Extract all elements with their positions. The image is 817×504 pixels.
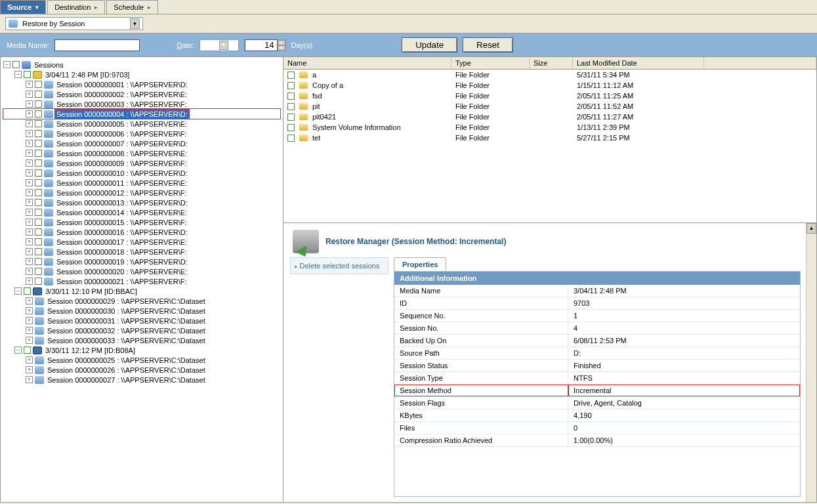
tree-label[interactable]: Sessions bbox=[33, 60, 65, 70]
tree-node[interactable]: +Session 0000000021 : \\APPSERVER\F: bbox=[3, 276, 280, 286]
tree-node[interactable]: +Session 0000000020 : \\APPSERVER\E: bbox=[3, 266, 280, 276]
tree-label[interactable]: Session 0000000001 : \\APPSERVER\D: bbox=[55, 80, 189, 89]
expand-icon[interactable]: + bbox=[26, 140, 33, 147]
expand-icon[interactable]: + bbox=[26, 209, 33, 216]
checkbox[interactable] bbox=[24, 287, 31, 295]
checkbox[interactable] bbox=[35, 228, 42, 236]
tree-node[interactable]: +Session 0000000030 : \\APPSERVER\C:\Dat… bbox=[3, 306, 280, 316]
expand-icon[interactable]: + bbox=[26, 366, 33, 373]
expand-icon[interactable]: + bbox=[26, 337, 33, 344]
tree-label[interactable]: Session 0000000006 : \\APPSERVER\F: bbox=[55, 129, 188, 138]
checkbox[interactable] bbox=[35, 219, 42, 226]
tree-label[interactable]: Session 0000000020 : \\APPSERVER\E: bbox=[55, 267, 188, 276]
tree-node[interactable]: −3/30/11 12:10 PM [ID:BBAC] bbox=[3, 286, 280, 296]
expand-icon[interactable]: + bbox=[26, 81, 33, 88]
checkbox[interactable] bbox=[35, 209, 42, 216]
col-date[interactable]: Last Modified Date bbox=[573, 57, 704, 69]
checkbox[interactable] bbox=[35, 150, 42, 157]
checkbox[interactable] bbox=[35, 199, 42, 206]
checkbox[interactable] bbox=[35, 120, 42, 127]
tree-label[interactable]: Session 0000000021 : \\APPSERVER\F: bbox=[55, 277, 188, 286]
expand-icon[interactable]: + bbox=[26, 110, 33, 117]
tree-label[interactable]: Session 0000000002 : \\APPSERVER\E: bbox=[55, 90, 188, 99]
checkbox[interactable] bbox=[35, 140, 42, 147]
tree-node[interactable]: +Session 0000000018 : \\APPSERVER\F: bbox=[3, 247, 280, 257]
checkbox[interactable] bbox=[287, 72, 295, 79]
expand-icon[interactable]: + bbox=[26, 179, 33, 186]
days-spinner[interactable]: ▲▼ bbox=[244, 39, 286, 51]
list-row[interactable]: System Volume InformationFile Folder1/13… bbox=[283, 122, 816, 133]
expand-icon[interactable]: + bbox=[26, 268, 33, 275]
expand-icon[interactable]: + bbox=[26, 100, 33, 108]
tree-node[interactable]: +Session 0000000027 : \\APPSERVER\C:\Dat… bbox=[3, 375, 280, 385]
tree-node[interactable]: +Session 0000000015 : \\APPSERVER\F: bbox=[3, 217, 280, 227]
tree-label[interactable]: Session 0000000005 : \\APPSERVER\E: bbox=[55, 119, 188, 129]
collapse-icon[interactable]: − bbox=[3, 61, 10, 68]
tree-label[interactable]: Session 0000000003 : \\APPSERVER\F: bbox=[55, 100, 188, 109]
tree-node[interactable]: +Session 0000000008 : \\APPSERVER\E: bbox=[3, 148, 280, 158]
media-name-input[interactable] bbox=[54, 39, 140, 51]
tree-label[interactable]: Session 0000000026 : \\APPSERVER\C:\Data… bbox=[46, 366, 207, 375]
tree-node[interactable]: +Session 0000000026 : \\APPSERVER\C:\Dat… bbox=[3, 365, 280, 375]
checkbox[interactable] bbox=[24, 346, 31, 354]
tree-node[interactable]: −3/04/11 2:48 PM [ID:9703] bbox=[3, 70, 280, 79]
tree-node[interactable]: −Sessions bbox=[3, 60, 280, 70]
tree-label[interactable]: Session 0000000012 : \\APPSERVER\F: bbox=[55, 188, 188, 198]
tree-label[interactable]: Session 0000000013 : \\APPSERVER\D: bbox=[55, 198, 189, 207]
expand-icon[interactable]: + bbox=[26, 317, 33, 324]
expand-icon[interactable]: + bbox=[26, 120, 33, 127]
tab-schedule[interactable]: Schedule▸ bbox=[106, 0, 158, 14]
tree-label[interactable]: Session 0000000017 : \\APPSERVER\E: bbox=[55, 238, 188, 247]
tab-properties[interactable]: Properties bbox=[394, 257, 446, 271]
delete-sessions-link[interactable]: Delete selected sessions bbox=[295, 262, 384, 270]
checkbox[interactable] bbox=[35, 169, 42, 177]
col-name[interactable]: Name bbox=[283, 57, 451, 69]
tree-node[interactable]: +Session 0000000014 : \\APPSERVER\E: bbox=[3, 207, 280, 217]
checkbox[interactable] bbox=[35, 159, 42, 167]
tree-node[interactable]: +Session 0000000003 : \\APPSERVER\F: bbox=[3, 99, 280, 109]
tree-label[interactable]: Session 0000000025 : \\APPSERVER\C:\Data… bbox=[46, 356, 207, 365]
update-button[interactable]: Update bbox=[402, 37, 457, 52]
expand-icon[interactable]: + bbox=[26, 307, 33, 314]
session-tree[interactable]: −Sessions−3/04/11 2:48 PM [ID:9703]+Sess… bbox=[0, 56, 283, 503]
spin-up-icon[interactable]: ▲ bbox=[278, 40, 285, 45]
tree-label[interactable]: 3/30/11 12:10 PM [ID:BBAC] bbox=[44, 287, 138, 296]
tree-node[interactable]: +Session 0000000007 : \\APPSERVER\D: bbox=[3, 138, 280, 148]
tree-node[interactable]: +Session 0000000006 : \\APPSERVER\F: bbox=[3, 129, 280, 138]
checkbox[interactable] bbox=[287, 82, 295, 89]
tree-label[interactable]: Session 0000000019 : \\APPSERVER\D: bbox=[55, 257, 189, 266]
tree-node[interactable]: +Session 0000000011 : \\APPSERVER\E: bbox=[3, 178, 280, 188]
list-row[interactable]: Copy of aFile Folder1/15/11 11:12 AM bbox=[283, 80, 816, 91]
tree-node[interactable]: +Session 0000000019 : \\APPSERVER\D: bbox=[3, 257, 280, 266]
expand-icon[interactable]: + bbox=[26, 219, 33, 226]
tree-label[interactable]: Session 0000000014 : \\APPSERVER\E: bbox=[55, 208, 188, 217]
checkbox[interactable] bbox=[35, 248, 42, 255]
expand-icon[interactable]: + bbox=[26, 376, 33, 383]
checkbox[interactable] bbox=[35, 91, 42, 98]
spin-down-icon[interactable]: ▼ bbox=[278, 45, 285, 51]
tree-label[interactable]: Session 0000000018 : \\APPSERVER\F: bbox=[55, 247, 188, 257]
tree-node[interactable]: +Session 0000000013 : \\APPSERVER\D: bbox=[3, 198, 280, 207]
expand-icon[interactable]: + bbox=[26, 150, 33, 157]
expand-icon[interactable]: + bbox=[26, 297, 33, 304]
tree-label[interactable]: Session 0000000029 : \\APPSERVER\C:\Data… bbox=[46, 297, 207, 306]
checkbox[interactable] bbox=[35, 258, 42, 265]
tree-node[interactable]: +Session 0000000012 : \\APPSERVER\F: bbox=[3, 188, 280, 198]
tab-destination[interactable]: Destination▸ bbox=[47, 0, 105, 14]
tree-node[interactable]: −3/30/11 12:12 PM [ID:B08A] bbox=[3, 345, 280, 355]
expand-icon[interactable]: + bbox=[26, 228, 33, 236]
checkbox[interactable] bbox=[12, 61, 20, 68]
tree-label[interactable]: Session 0000000030 : \\APPSERVER\C:\Data… bbox=[46, 306, 207, 316]
expand-icon[interactable]: + bbox=[26, 169, 33, 177]
collapse-icon[interactable]: − bbox=[14, 287, 22, 295]
expand-icon[interactable]: + bbox=[26, 278, 33, 285]
tree-label[interactable]: Session 0000000011 : \\APPSERVER\E: bbox=[55, 178, 188, 188]
col-type[interactable]: Type bbox=[451, 57, 530, 69]
tree-label[interactable]: Session 0000000027 : \\APPSERVER\C:\Data… bbox=[46, 375, 207, 385]
list-row[interactable]: pitFile Folder2/05/11 11:52 AM bbox=[283, 101, 816, 112]
tree-label[interactable]: Session 0000000016 : \\APPSERVER\D: bbox=[55, 228, 189, 237]
expand-icon[interactable]: + bbox=[26, 248, 33, 255]
checkbox[interactable] bbox=[287, 135, 295, 142]
tree-node[interactable]: +Session 0000000005 : \\APPSERVER\E: bbox=[3, 119, 280, 129]
scrollbar[interactable]: ▲ bbox=[806, 223, 816, 502]
